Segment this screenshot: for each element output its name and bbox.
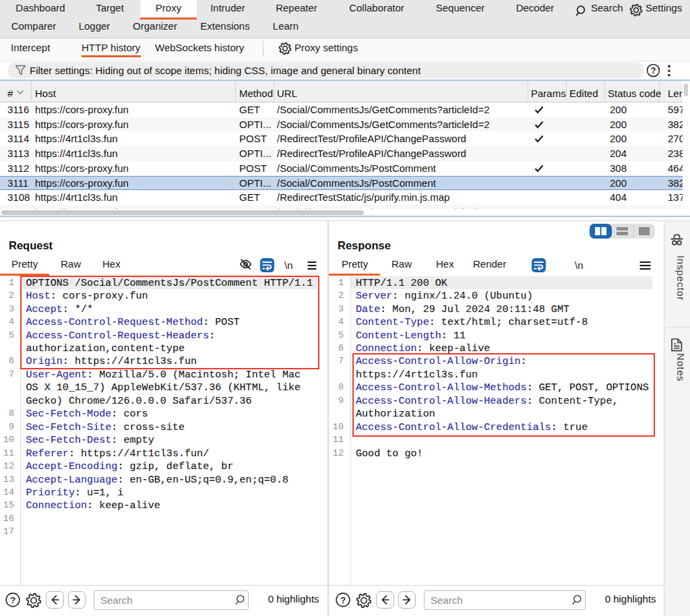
svg-text:?: ? <box>9 595 15 605</box>
svg-text:?: ? <box>651 66 656 75</box>
svg-text:?: ? <box>340 595 345 605</box>
